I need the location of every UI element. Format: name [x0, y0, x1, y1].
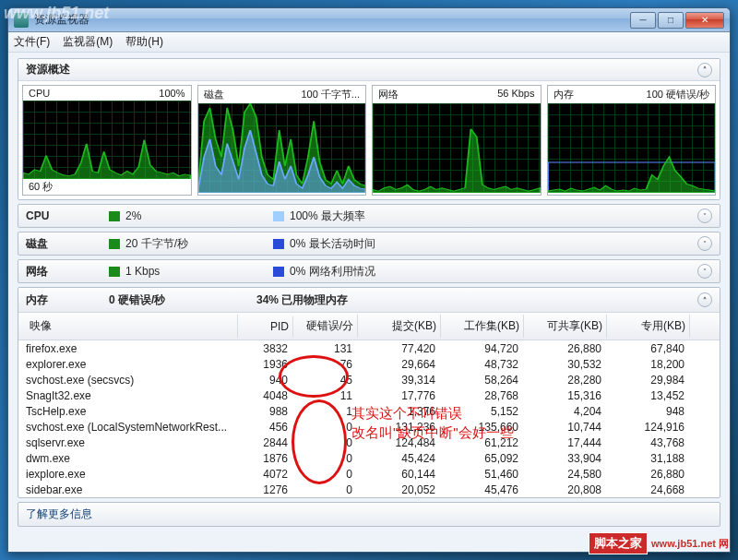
cell-hf: 131	[293, 342, 358, 355]
cell-pid: 1876	[238, 452, 293, 465]
table-row[interactable]: dwm.exe 1876 0 45,424 65,092 33,904 31,1…	[18, 450, 720, 466]
table-row[interactable]: explorer.exe 1936 76 29,664 48,732 30,53…	[18, 356, 720, 372]
col-image[interactable]: 映像	[26, 315, 238, 338]
close-button[interactable]: ✕	[685, 12, 724, 29]
graph-panel-网络: 网络56 Kbps	[372, 85, 542, 196]
table-row[interactable]: firefox.exe 3832 131 77,420 94,720 26,88…	[18, 340, 720, 356]
memory-header[interactable]: 内存 0 硬错误/秒 34% 已用物理内存 ˄	[18, 288, 720, 312]
col-share[interactable]: 可共享(KB)	[524, 315, 607, 338]
cell-image: svchost.exe (secsvcs)	[26, 374, 238, 387]
cell-priv: 26,880	[607, 468, 690, 481]
graph-scale: 100 硬错误/秒	[647, 88, 709, 101]
cell-share: 28,280	[524, 374, 607, 387]
overview-section: 资源概述 ˄ CPU100%60 秒磁盘100 千字节...网络56 Kbps内…	[18, 58, 720, 200]
cell-share: 26,880	[524, 342, 607, 355]
cell-pid: 456	[238, 421, 293, 434]
disk-stat-row[interactable]: 磁盘 20 千字节/秒 0% 最长活动时间 ˅	[18, 232, 720, 256]
table-row[interactable]: SnagIt32.exe 4048 11 17,776 28,768 15,31…	[18, 387, 720, 403]
cell-hf: 11	[293, 389, 358, 402]
cell-image: firefox.exe	[26, 342, 238, 355]
overview-title: 资源概述	[26, 62, 70, 77]
expand-icon[interactable]: ˅	[697, 209, 712, 223]
cell-share: 33,904	[524, 452, 607, 465]
cpu-stat-row[interactable]: CPU 2% 100% 最大频率 ˅	[18, 204, 720, 228]
col-private[interactable]: 专用(KB)	[607, 315, 690, 338]
menu-help[interactable]: 帮助(H)	[125, 34, 163, 50]
cell-hf: 76	[293, 358, 358, 371]
menu-file[interactable]: 文件(F)	[14, 34, 50, 50]
cell-share: 10,744	[524, 421, 607, 434]
window-title: 资源监视器	[34, 12, 89, 28]
cell-share: 24,580	[524, 468, 607, 481]
cell-pid: 3832	[238, 342, 293, 355]
cell-commit: 45,424	[358, 452, 441, 465]
swatch-icon	[109, 267, 120, 277]
cell-commit: 17,776	[358, 389, 441, 402]
cell-share: 17,444	[524, 436, 607, 449]
cell-work: 94,720	[441, 342, 524, 355]
cell-pid: 2844	[238, 436, 293, 449]
cell-priv: 24,668	[607, 483, 690, 496]
cell-commit: 29,664	[358, 358, 441, 371]
cpu-label: CPU	[26, 209, 109, 222]
cell-pid: 4072	[238, 468, 293, 481]
cell-work: 48,732	[441, 358, 524, 371]
more-info-link[interactable]: 了解更多信息	[18, 502, 720, 527]
col-hardfault[interactable]: 硬错误/分	[293, 315, 358, 338]
cell-share: 30,532	[524, 358, 607, 371]
maximize-button[interactable]: □	[658, 12, 684, 29]
cell-pid: 988	[238, 405, 293, 418]
collapse-icon[interactable]: ˄	[697, 63, 712, 77]
cell-image: iexplore.exe	[26, 468, 238, 481]
graph-name: CPU	[29, 88, 50, 99]
cell-image: dwm.exe	[26, 452, 238, 465]
cell-priv: 13,452	[607, 389, 690, 402]
net-stat-row[interactable]: 网络 1 Kbps 0% 网络利用情况 ˅	[18, 259, 720, 283]
memory-table: 映像 PID 硬错误/分 提交(KB) 工作集(KB) 可共享(KB) 专用(K…	[18, 312, 720, 497]
cell-commit: 39,314	[358, 374, 441, 387]
expand-icon[interactable]: ˅	[697, 264, 712, 279]
cell-share: 20,808	[524, 483, 607, 496]
cell-share: 15,316	[524, 389, 607, 402]
cell-priv: 43,768	[607, 436, 690, 449]
expand-icon[interactable]: ˅	[697, 236, 712, 251]
cell-hf: 0	[293, 483, 358, 496]
col-commit[interactable]: 提交(KB)	[358, 315, 441, 338]
cell-image: sqlservr.exe	[26, 436, 238, 449]
cell-commit: 131,236	[358, 421, 441, 434]
cell-image: svchost.exe (LocalSystemNetworkRest...	[26, 421, 238, 434]
cell-pid: 1936	[238, 358, 293, 371]
table-row[interactable]: iexplore.exe 4072 0 60,144 51,460 24,580…	[18, 466, 720, 482]
cell-commit: 1,376	[358, 405, 441, 418]
overview-header[interactable]: 资源概述 ˄	[18, 59, 720, 81]
net-val1: 1 Kbps	[125, 265, 273, 278]
menubar: 文件(F) 监视器(M) 帮助(H)	[8, 32, 730, 53]
table-row[interactable]: svchost.exe (secsvcs) 940 45 39,314 58,2…	[18, 372, 720, 387]
cell-hf: 0	[293, 436, 358, 449]
cell-work: 5,152	[441, 405, 524, 418]
swatch-icon	[273, 211, 284, 221]
cell-hf: 0	[293, 421, 358, 434]
minimize-button[interactable]: ─	[630, 12, 656, 29]
cell-work: 45,476	[441, 483, 524, 496]
cell-priv: 67,840	[607, 342, 690, 355]
table-row[interactable]: sidebar.exe 1276 0 20,052 45,476 20,808 …	[18, 482, 720, 497]
titlebar[interactable]: 资源监视器 ─ □ ✕	[8, 8, 730, 32]
table-row[interactable]: sqlservr.exe 2844 0 124,484 61,212 17,44…	[18, 435, 720, 450]
col-pid[interactable]: PID	[238, 316, 293, 337]
cell-hf: 45	[293, 374, 358, 387]
cell-image: TscHelp.exe	[26, 405, 238, 418]
col-working[interactable]: 工作集(KB)	[441, 315, 524, 338]
table-header[interactable]: 映像 PID 硬错误/分 提交(KB) 工作集(KB) 可共享(KB) 专用(K…	[18, 312, 720, 340]
table-row[interactable]: TscHelp.exe 988 1 1,376 5,152 4,204 948	[18, 403, 720, 419]
cell-hf: 0	[293, 452, 358, 465]
cell-pid: 940	[238, 374, 293, 387]
swatch-icon	[273, 239, 284, 249]
collapse-icon[interactable]: ˄	[697, 292, 712, 307]
graph-panel-内存: 内存100 硬错误/秒	[547, 85, 717, 196]
cell-hf: 1	[293, 405, 358, 418]
table-row[interactable]: svchost.exe (LocalSystemNetworkRest... 4…	[18, 419, 720, 435]
disk-label: 磁盘	[26, 236, 109, 252]
cell-work: 28,768	[441, 389, 524, 402]
menu-monitor[interactable]: 监视器(M)	[63, 34, 113, 50]
